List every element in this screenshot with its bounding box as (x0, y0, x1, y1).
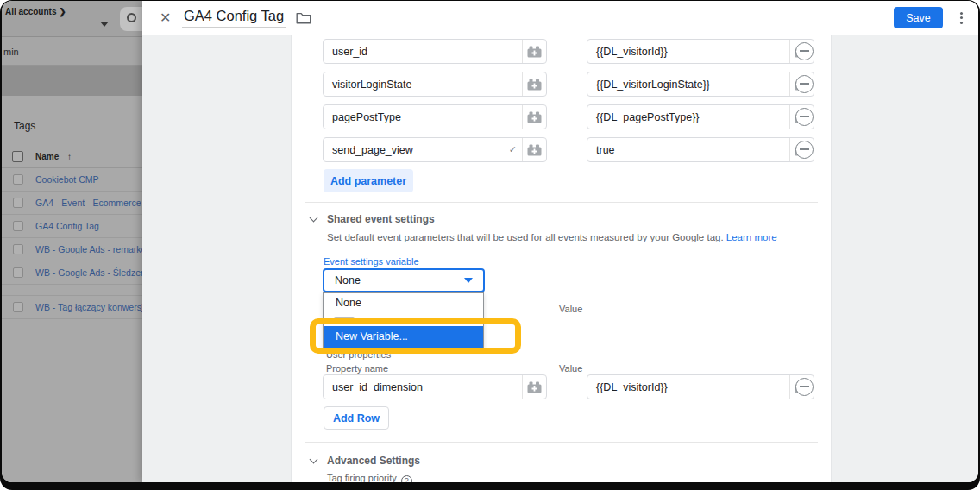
parameter-value-value: {{DL_visitorId}} (587, 46, 789, 58)
shared-event-settings-description: Set default event parameters that will b… (327, 232, 777, 242)
kebab-menu-icon[interactable] (955, 9, 968, 28)
tags-list: Cookiebot CMP GA4 - Event - Ecommerce ev… (2, 168, 142, 319)
table-row: Cookiebot CMP (2, 168, 142, 192)
section-title: Advanced Settings (327, 455, 420, 467)
parameter-value-field[interactable]: {{DL_visitorId}} (587, 39, 814, 64)
parameter-name-field[interactable]: visitorLoginState (323, 72, 547, 97)
breadcrumb-label: All accounts (5, 7, 56, 16)
value-column-label: Value (559, 363, 582, 374)
table-row: WB - Google Ads - Śledzenie (2, 261, 142, 285)
account-dropdown-caret-icon[interactable] (100, 22, 109, 27)
chevron-right-icon: ❯ (59, 7, 66, 16)
admin-tab-label: min (3, 47, 19, 57)
folder-icon[interactable] (296, 11, 311, 25)
tag-link[interactable]: WB - Google Ads - remarketi (35, 244, 151, 254)
table-row: GA4 Config Tag (2, 215, 142, 238)
parameter-name-value: visitorLoginState (324, 79, 522, 91)
breadcrumb[interactable]: All accounts ❯ (5, 7, 66, 16)
value-column-label: Value (559, 304, 582, 314)
divider (305, 202, 818, 203)
tag-link[interactable]: GA4 - Event - Ecommerce ev (35, 198, 154, 208)
check-icon: ✓ (509, 144, 517, 155)
search-icon (127, 13, 136, 22)
table-row: GA4 - Event - Ecommerce ev (2, 192, 142, 215)
close-icon[interactable]: ✕ (160, 9, 175, 26)
row-checkbox[interactable] (13, 244, 23, 254)
variable-picker-icon[interactable] (522, 375, 546, 399)
dropdown-item-obscured[interactable] (324, 313, 483, 326)
dropdown-item-none[interactable]: None (324, 293, 483, 313)
remove-parameter-button[interactable] (795, 42, 814, 60)
table-row: WB - Tag łączący konwersje (2, 296, 142, 319)
row-checkbox[interactable] (13, 302, 23, 312)
obscured-item-text (334, 317, 355, 321)
add-parameter-button[interactable]: Add parameter (324, 169, 413, 192)
description-text: Set default event parameters that will b… (327, 232, 724, 242)
property-name-field[interactable]: user_id_dimension (323, 374, 547, 399)
row-checkbox[interactable] (13, 174, 23, 185)
remove-parameter-button[interactable] (795, 108, 814, 126)
parameter-name-field[interactable]: send_page_view✓ (323, 137, 547, 162)
variable-picker-icon[interactable] (522, 72, 546, 96)
chevron-down-icon (310, 455, 318, 464)
section-title: Shared event settings (327, 213, 435, 225)
parameter-name-value: send_page_view (324, 144, 509, 156)
property-value-value: {{DL_visitorId}} (587, 381, 789, 393)
search-box-partial (120, 7, 142, 31)
tags-section-title: Tags (14, 120, 35, 132)
tag-editor-dialog: ✕ GA4 Config Tag Save user_id {{DL_visit… (142, 1, 978, 482)
property-name-column-label: Property name (326, 363, 388, 374)
parameter-value-field[interactable]: {{DL_visitorLoginState}} (587, 72, 814, 97)
parameter-name-value: pagePostType (324, 111, 522, 123)
row-checkbox[interactable] (13, 198, 23, 208)
help-icon[interactable]: ? (401, 475, 412, 482)
event-settings-variable-select[interactable]: None (323, 268, 485, 292)
dialog-body: user_id {{DL_visitorId}} visitorLoginSta… (142, 35, 978, 482)
property-value-field[interactable]: {{DL_visitorId}} (587, 374, 814, 399)
event-settings-variable-label: Event settings variable (324, 256, 419, 267)
chevron-down-icon (464, 278, 473, 283)
tag-link[interactable]: WB - Tag łączący konwersje (35, 302, 148, 312)
row-checkbox[interactable] (13, 221, 23, 231)
tag-link[interactable]: WB - Google Ads - Śledzenie (35, 267, 153, 278)
variable-picker-icon[interactable] (522, 138, 546, 161)
tag-configuration-card: user_id {{DL_visitorId}} visitorLoginSta… (291, 35, 832, 482)
screenshot-frame: All accounts ❯ min Tags Name ↑ Cookiebot… (0, 0, 980, 490)
admin-tab-partial[interactable]: min (2, 37, 142, 66)
tag-firing-priority-label: Tag firing priority? (327, 473, 412, 482)
screen: All accounts ❯ min Tags Name ↑ Cookiebot… (2, 1, 978, 482)
background-topbar: All accounts ❯ (2, 1, 142, 37)
variable-picker-icon[interactable] (522, 40, 546, 63)
parameter-name-field[interactable]: pagePostType (323, 104, 547, 129)
tag-name-title[interactable]: GA4 Config Tag (182, 8, 286, 28)
select-all-checkbox[interactable] (12, 151, 23, 162)
table-row: WB - Google Ads - remarketi (2, 238, 142, 261)
add-row-button[interactable]: Add Row (324, 406, 389, 430)
save-button[interactable]: Save (894, 7, 943, 28)
parameter-name-value: user_id (324, 46, 522, 58)
tag-link[interactable]: Cookiebot CMP (35, 174, 99, 185)
tag-link[interactable]: GA4 Config Tag (35, 221, 99, 231)
background-page-scrim: All accounts ❯ min Tags Name ↑ Cookiebot… (2, 1, 142, 482)
learn-more-link[interactable]: Learn more (726, 232, 777, 242)
divider (305, 442, 818, 443)
property-name-value: user_id_dimension (324, 381, 522, 393)
tags-table-header: Name ↑ (2, 146, 142, 168)
parameter-value-value: {{DL_pagePostType}} (587, 111, 789, 123)
remove-parameter-button[interactable] (795, 141, 814, 159)
remove-parameter-button[interactable] (795, 75, 814, 93)
user-properties-title: User properties (326, 349, 391, 360)
label-text: Tag firing priority (327, 473, 397, 482)
remove-property-button[interactable] (795, 378, 814, 396)
selected-value: None (324, 274, 464, 286)
sort-ascending-icon[interactable]: ↑ (67, 152, 72, 161)
dropdown-item-new-variable[interactable]: New Variable... (324, 326, 483, 348)
variable-picker-icon[interactable] (522, 105, 546, 129)
parameter-name-field[interactable]: user_id (323, 39, 547, 64)
parameter-value-field[interactable]: {{DL_pagePostType}} (587, 104, 814, 129)
row-checkbox[interactable] (13, 267, 23, 278)
parameter-value-value: {{DL_visitorLoginState}} (587, 79, 789, 91)
dialog-header: ✕ GA4 Config Tag Save (142, 1, 978, 35)
chevron-down-icon (310, 214, 318, 223)
parameter-value-field[interactable]: true (587, 137, 814, 162)
